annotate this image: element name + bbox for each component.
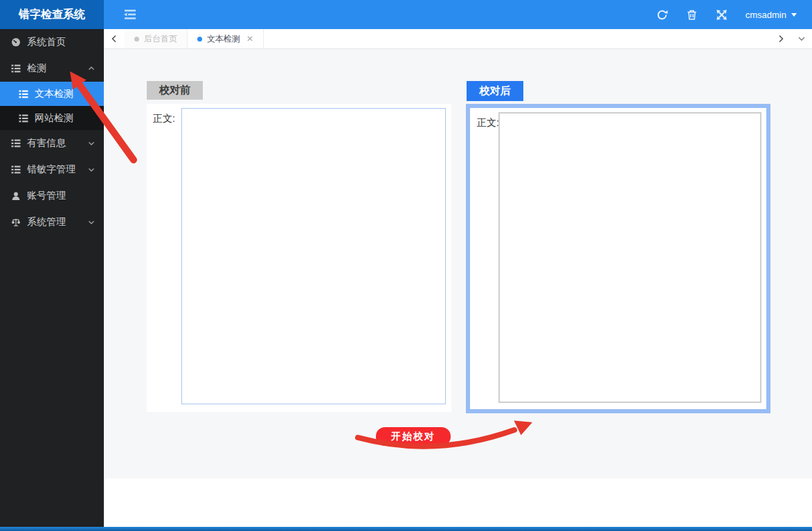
balance-scale-icon	[11, 217, 21, 227]
tab-label: 文本检测	[207, 33, 240, 45]
caret-down-icon	[791, 13, 797, 17]
chevron-up-icon	[87, 64, 96, 73]
tab-text-detection[interactable]: 文本检测 ✕	[188, 29, 264, 48]
bottom-whitespace	[104, 478, 812, 527]
tab-dot	[197, 37, 202, 42]
sidebar-item-text-detection[interactable]: 文本检测	[0, 82, 104, 106]
tab-list-dropdown[interactable]	[791, 29, 812, 48]
chevron-left-icon	[111, 35, 118, 43]
tab-close-icon[interactable]: ✕	[246, 34, 253, 44]
list-icon	[11, 138, 21, 148]
chevron-down-icon	[87, 218, 96, 226]
list-icon	[11, 165, 21, 174]
tab-label: 后台首页	[144, 33, 177, 45]
app-title: 错字检查系统	[19, 8, 85, 22]
sidebar-item-label: 错敏字管理	[27, 163, 75, 176]
content-area: 校对前 正文: 校对后 正文: 开始校对	[104, 49, 812, 478]
trash-icon[interactable]	[686, 9, 698, 21]
sidebar-item-label: 网站检测	[35, 112, 73, 125]
body-text-label: 正文:	[153, 113, 175, 125]
after-text-output[interactable]	[498, 112, 761, 403]
topbar: cmsadmin	[104, 0, 812, 29]
tab-dot	[134, 37, 139, 42]
list-icon	[19, 89, 28, 99]
sidebar-item-system-home[interactable]: 系统首页	[0, 29, 104, 55]
chevron-down-icon	[87, 165, 96, 174]
tab-bar-controls	[770, 29, 812, 48]
bottom-blue-strip	[0, 527, 812, 531]
before-proofread-header[interactable]: 校对前	[147, 81, 203, 100]
sidebar-item-label: 账号管理	[27, 190, 66, 202]
sidebar-item-label: 系统首页	[27, 36, 66, 48]
fullscreen-icon[interactable]	[716, 9, 728, 21]
sidebar-item-account-management[interactable]: 账号管理	[0, 183, 104, 209]
tab-bar: 后台首页 文本检测 ✕	[104, 29, 812, 49]
refresh-icon[interactable]	[656, 9, 668, 21]
topbar-actions: cmsadmin	[656, 9, 812, 21]
chevron-right-icon	[777, 35, 784, 43]
sidebar-item-harmful-info[interactable]: 有害信息	[0, 130, 104, 156]
after-proofread-header[interactable]: 校对后	[467, 81, 523, 101]
app-window: 错字检查系统	[0, 0, 812, 531]
sidebar-item-detection[interactable]: 检测	[0, 55, 104, 82]
sidebar-item-website-detection[interactable]: 网站检测	[0, 106, 104, 130]
dashboard-icon	[11, 37, 21, 47]
panel-after: 正文:	[466, 104, 770, 413]
list-icon	[19, 114, 28, 123]
start-proofread-button[interactable]: 开始校对	[376, 427, 451, 446]
panel-before: 正文:	[147, 104, 451, 412]
tab-scroll-right[interactable]	[770, 29, 791, 48]
sidebar-item-label: 文本检测	[35, 88, 73, 100]
body-text-label: 正文:	[477, 117, 499, 129]
sidebar-item-label: 系统管理	[27, 216, 66, 228]
chevron-down-icon	[87, 139, 96, 147]
before-text-input[interactable]	[181, 108, 446, 404]
tab-scroll-left[interactable]	[104, 29, 125, 48]
user-menu[interactable]: cmsadmin	[746, 10, 797, 20]
sidebar-item-typo-management[interactable]: 错敏字管理	[0, 156, 104, 183]
chevron-down-icon	[797, 35, 806, 43]
sidebar-submenu-detection: 文本检测 网站检测	[0, 82, 104, 130]
sidebar-item-system-management[interactable]: 系统管理	[0, 209, 104, 235]
list-icon	[11, 64, 21, 73]
sidebar-item-label: 检测	[27, 62, 46, 75]
sidebar-item-label: 有害信息	[27, 137, 66, 150]
username: cmsadmin	[746, 10, 786, 20]
tab-backend-home[interactable]: 后台首页	[125, 29, 188, 48]
sidebar: 系统首页 检测 文本检测	[0, 29, 104, 527]
user-icon	[11, 191, 21, 201]
menu-collapse-icon[interactable]	[123, 9, 137, 20]
app-logo: 错字检查系统	[0, 0, 104, 29]
